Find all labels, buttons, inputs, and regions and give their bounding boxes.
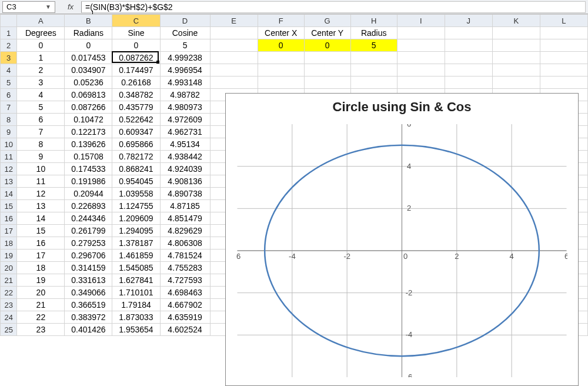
cell-G2[interactable]: 0 xyxy=(304,39,350,52)
cell-E3[interactable] xyxy=(210,52,258,64)
col-header-K[interactable]: K xyxy=(492,15,540,27)
cell-C4[interactable]: 0.174497 xyxy=(112,64,160,76)
cell-A15[interactable]: 13 xyxy=(17,200,65,212)
select-all-corner[interactable] xyxy=(1,15,17,27)
cell-A4[interactable]: 2 xyxy=(17,64,65,76)
cell-E5[interactable] xyxy=(210,76,258,89)
cell-B3[interactable]: 0.017453 xyxy=(65,52,112,64)
cell-E1[interactable] xyxy=(210,27,258,39)
cell-B8[interactable]: 0.10472 xyxy=(65,114,112,126)
cell-B11[interactable]: 0.15708 xyxy=(65,151,112,163)
cell-I1[interactable] xyxy=(397,27,445,39)
cell-B4[interactable]: 0.034907 xyxy=(65,64,112,76)
cell-D24[interactable]: 4.635919 xyxy=(160,311,210,324)
formula-input[interactable]: =(SIN(B3)*$H$2)+$G$2 xyxy=(81,1,586,13)
cell-J5[interactable] xyxy=(445,76,492,89)
cell-J4[interactable] xyxy=(445,64,492,76)
row-header-15[interactable]: 15 xyxy=(1,200,17,212)
cell-A11[interactable]: 9 xyxy=(17,151,65,163)
cell-I2[interactable] xyxy=(397,39,445,52)
cell-L2[interactable] xyxy=(540,39,587,52)
row-header-4[interactable]: 4 xyxy=(1,64,17,76)
cell-D17[interactable]: 4.829629 xyxy=(160,225,210,237)
row-header-12[interactable]: 12 xyxy=(1,163,17,175)
cell-C20[interactable]: 1.545085 xyxy=(112,262,160,274)
cell-C21[interactable]: 1.627841 xyxy=(112,274,160,287)
cell-B14[interactable]: 0.20944 xyxy=(65,188,112,200)
cell-H4[interactable] xyxy=(350,64,397,76)
row-header-20[interactable]: 20 xyxy=(1,262,17,274)
cell-A24[interactable]: 22 xyxy=(17,311,65,324)
cell-D18[interactable]: 4.806308 xyxy=(160,237,210,249)
cell-C8[interactable]: 0.522642 xyxy=(112,114,160,126)
cell-A17[interactable]: 15 xyxy=(17,225,65,237)
cell-C25[interactable]: 1.953654 xyxy=(112,324,160,336)
cell-A23[interactable]: 21 xyxy=(17,299,65,311)
cell-C13[interactable]: 0.954045 xyxy=(112,175,160,188)
cell-D16[interactable]: 4.851479 xyxy=(160,212,210,225)
cell-B23[interactable]: 0.366519 xyxy=(65,299,112,311)
cell-A22[interactable]: 20 xyxy=(17,287,65,299)
cell-G4[interactable] xyxy=(304,64,350,76)
cell-C5[interactable]: 0.26168 xyxy=(112,76,160,89)
cell-F1[interactable]: Center X xyxy=(258,27,304,39)
cell-C6[interactable]: 0.348782 xyxy=(112,89,160,101)
cell-B15[interactable]: 0.226893 xyxy=(65,200,112,212)
cell-C9[interactable]: 0.609347 xyxy=(112,126,160,138)
cell-B18[interactable]: 0.279253 xyxy=(65,237,112,249)
cell-B5[interactable]: 0.05236 xyxy=(65,76,112,89)
col-header-I[interactable]: I xyxy=(397,15,445,27)
cell-D14[interactable]: 4.890738 xyxy=(160,188,210,200)
col-header-J[interactable]: J xyxy=(445,15,492,27)
row-header-11[interactable]: 11 xyxy=(1,151,17,163)
cell-D19[interactable]: 4.781524 xyxy=(160,249,210,262)
cell-A21[interactable]: 19 xyxy=(17,274,65,287)
row-header-1[interactable]: 1 xyxy=(1,27,17,39)
row-header-5[interactable]: 5 xyxy=(1,76,17,89)
cell-B24[interactable]: 0.383972 xyxy=(65,311,112,324)
row-header-21[interactable]: 21 xyxy=(1,274,17,287)
cell-B21[interactable]: 0.331613 xyxy=(65,274,112,287)
cell-D1[interactable]: Cosine xyxy=(160,27,210,39)
cell-A19[interactable]: 17 xyxy=(17,249,65,262)
cell-K1[interactable] xyxy=(492,27,540,39)
col-header-H[interactable]: H xyxy=(350,15,397,27)
cell-G1[interactable]: Center Y xyxy=(304,27,350,39)
cell-I5[interactable] xyxy=(397,76,445,89)
row-header-10[interactable]: 10 xyxy=(1,138,17,151)
row-header-22[interactable]: 22 xyxy=(1,287,17,299)
row-header-19[interactable]: 19 xyxy=(1,249,17,262)
cell-A2[interactable]: 0 xyxy=(17,39,65,52)
cell-B9[interactable]: 0.122173 xyxy=(65,126,112,138)
row-header-13[interactable]: 13 xyxy=(1,175,17,188)
cell-B22[interactable]: 0.349066 xyxy=(65,287,112,299)
cell-C19[interactable]: 1.461859 xyxy=(112,249,160,262)
cell-D9[interactable]: 4.962731 xyxy=(160,126,210,138)
cell-L1[interactable] xyxy=(540,27,587,39)
cell-C1[interactable]: Sine xyxy=(112,27,160,39)
cell-B17[interactable]: 0.261799 xyxy=(65,225,112,237)
cell-D4[interactable]: 4.996954 xyxy=(160,64,210,76)
row-header-2[interactable]: 2 xyxy=(1,39,17,52)
cell-J2[interactable] xyxy=(445,39,492,52)
cell-D13[interactable]: 4.908136 xyxy=(160,175,210,188)
cell-C11[interactable]: 0.782172 xyxy=(112,151,160,163)
cell-I3[interactable] xyxy=(397,52,445,64)
cell-J1[interactable] xyxy=(445,27,492,39)
col-header-D[interactable]: D xyxy=(160,15,210,27)
cell-F5[interactable] xyxy=(258,76,304,89)
fx-button[interactable]: fx xyxy=(64,2,78,11)
cell-F4[interactable] xyxy=(258,64,304,76)
cell-D6[interactable]: 4.98782 xyxy=(160,89,210,101)
cell-B10[interactable]: 0.139626 xyxy=(65,138,112,151)
cell-A13[interactable]: 11 xyxy=(17,175,65,188)
row-header-8[interactable]: 8 xyxy=(1,114,17,126)
cell-H2[interactable]: 5 xyxy=(350,39,397,52)
cell-G5[interactable] xyxy=(304,76,350,89)
cell-A18[interactable]: 16 xyxy=(17,237,65,249)
row-header-6[interactable]: 6 xyxy=(1,89,17,101)
cell-D22[interactable]: 4.698463 xyxy=(160,287,210,299)
cell-F3[interactable] xyxy=(258,52,304,64)
cell-B7[interactable]: 0.087266 xyxy=(65,101,112,114)
cell-A7[interactable]: 5 xyxy=(17,101,65,114)
